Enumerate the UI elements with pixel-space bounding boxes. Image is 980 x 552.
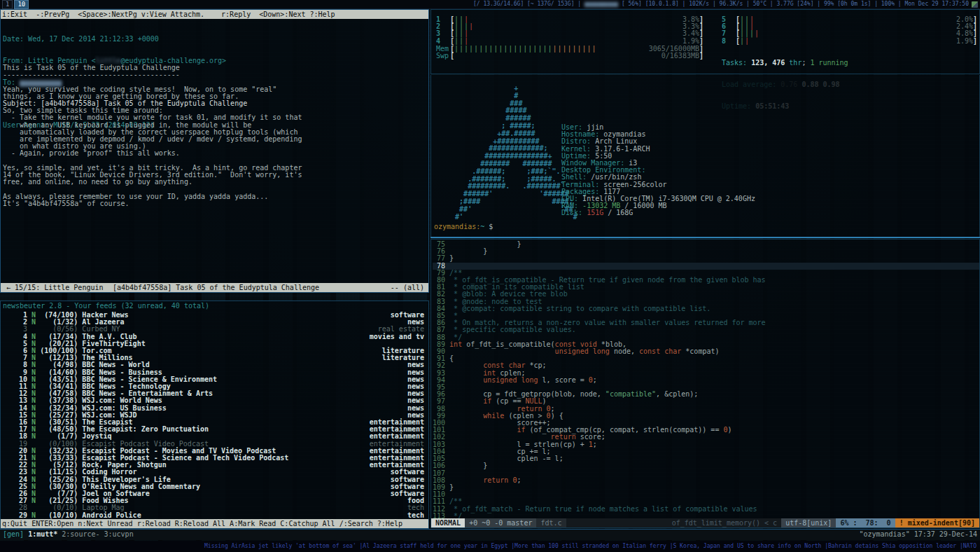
mutt-message-index: ← 15/15: Little Penguin <box>2 283 113 292</box>
code-text: } <box>449 484 979 491</box>
code-text: } <box>449 248 979 255</box>
text-segment: 1:mutt* <box>28 530 62 538</box>
ticks-red: | <box>464 30 469 37</box>
cpu-meter: 7[||||4.8%] <box>722 30 977 37</box>
screenfetch-terminal[interactable]: + # ### ##### ###### ; #####; +##.##### … <box>430 75 980 237</box>
cpu-meter: 2[||||3.3%] <box>436 23 704 30</box>
info-value: / 168G <box>603 209 633 216</box>
code-text: * of_fdt_match - Return true if node mat… <box>449 506 979 513</box>
meter-value: 0/16383MB <box>662 53 699 60</box>
code-text: unsigned long l, score = 0; <box>449 377 979 384</box>
code-text: return 0; <box>449 477 979 484</box>
i3status-metrics: [ 56%] [10.0.1.8] | 102K/s | 96.3K/s | 5… <box>618 1 969 7</box>
ticks-red: | <box>750 23 755 30</box>
code-line: 109 } <box>433 484 979 491</box>
feed-list: 1 N (74/100) Hacker Newssoftware 2 N (1/… <box>1 312 428 519</box>
email-date: Date: Wed, 17 Dec 2014 21:12:33 +0000 <box>3 36 247 43</box>
i3-status-bar: 110 [/ 13.3G/14.6G] [~ 137G/ 153G] | ▆▆▆… <box>0 0 980 9</box>
code-line: 77 } <box>433 255 979 262</box>
code-line: 87 * specific compatible values. <box>433 326 979 333</box>
cursor-position-segment: 6% : 78: 0 <box>836 518 895 527</box>
memory-meter: Swp[0/16383MB] <box>436 53 704 60</box>
vim-window[interactable]: 75 } 76 } 77 } 78 79 /** 80 * of_fdt_is_… <box>430 239 980 528</box>
meter-ticks: |||| <box>740 30 956 37</box>
feed-tag: tech <box>407 512 424 519</box>
code-line: 106 } <box>433 462 979 469</box>
ticks-red: | <box>745 38 750 45</box>
workspace-button[interactable]: 1 <box>2 0 13 9</box>
workspace-button[interactable]: 10 <box>14 0 29 9</box>
vim-statusline: NORMAL +0 ~0 -0 master fdt.c of_fdt_limi… <box>431 518 979 527</box>
htop-window[interactable]: 1[|||3.8%]2[||||3.3%]3[|||3.4%]4[|||1.9%… <box>430 9 980 74</box>
meter-ticks: |||| <box>454 23 682 30</box>
feed-number: 29 <box>15 512 31 519</box>
ticks-green: || <box>454 38 464 45</box>
feed-list-item[interactable]: 29 N (10/10) Android Policetech <box>1 512 428 519</box>
shell-prompt[interactable]: ozymandias:~ $ <box>434 223 493 230</box>
mutt-status-bar: ← 15/15: Little Penguin [a4b4bf47558a] T… <box>1 283 428 292</box>
feed-tag: movies and tv <box>370 333 424 340</box>
system-info-row: Disk: 151G / 168G <box>561 209 755 216</box>
newsbeuter-help-bar: q:Quit ENTER:Open n:Next Unread r:Reload… <box>1 519 428 528</box>
mutt-window[interactable]: i:Exit -:PrevPg <Space>:NextPg v:View At… <box>0 9 429 293</box>
cpu-meter: 6[|||2.4%] <box>722 23 977 30</box>
text-segment: thr <box>789 59 802 67</box>
text-segment: 1 running <box>810 59 848 67</box>
meter-ticks: ||||||||||||||||||||||||||||| <box>454 46 649 53</box>
code-line: 75 } <box>433 241 979 248</box>
i3status-disks: [/ 13.3G/14.6G] [~ 137G/ 153G] | <box>473 1 584 7</box>
code-line: 76 } <box>433 248 979 255</box>
mixed-indent-warning: ! mixed-indent[90] <box>895 518 979 527</box>
meter-ticks: ||| <box>454 30 682 37</box>
workspace-switcher: 110 <box>2 0 30 9</box>
git-branch-segment: +0 ~0 -0 master <box>465 518 536 527</box>
cpu-meter: 3[|||3.4%] <box>436 30 704 37</box>
meter-label: Swp <box>436 53 450 60</box>
system-info-list: User: jjinHostname: ozymandiasDistro: Ar… <box>561 124 755 217</box>
code-text: const char *cp; <box>449 362 979 369</box>
code-text <box>449 263 979 270</box>
ticks-green: ||| <box>740 30 755 37</box>
tmux-window-list[interactable]: [gen] 1:mutt* 2:source- 3:ucvpn <box>3 531 134 538</box>
newsbeuter-window[interactable]: newsbeuter 2.8 - Your feeds (32 unread, … <box>0 301 429 529</box>
arch-linux-logo: + # ### ##### ###### ; #####; +##.##### … <box>438 85 578 221</box>
text-segment: [gen] <box>3 530 28 538</box>
tmux-pane-divider[interactable] <box>430 237 980 238</box>
text-segment: Tasks: <box>722 59 751 67</box>
cpu-meters-left: 1[|||3.8%]2[||||3.3%]3[|||3.4%]4[|||1.9%… <box>436 16 704 45</box>
ticks-red: | <box>469 23 474 30</box>
ticks-green: ||| <box>454 23 469 30</box>
line-number: 106 <box>433 462 449 469</box>
ticks-red: | <box>464 16 469 23</box>
code-line: 84 * @compat: compatible string to compa… <box>433 305 979 312</box>
ticks-red: | <box>464 38 469 45</box>
unread-flag: N <box>31 512 40 519</box>
mutt-status-scope: -- (all) <box>391 283 424 292</box>
code-line: 94 unsigned long l, score = 0; <box>433 377 979 384</box>
tray-icon[interactable] <box>972 1 978 8</box>
mutt-status-subject: [a4b4bf47558a] Task 05 of the Eudyptula … <box>113 283 391 292</box>
code-text <box>449 470 979 477</box>
ticks-red: | <box>750 16 755 23</box>
desktop: 110 [/ 13.3G/14.6G] [~ 137G/ 153G] | ▆▆▆… <box>0 0 980 552</box>
text-segment: ; <box>802 59 810 67</box>
ticks-orange: ||||||||| <box>552 46 596 53</box>
filename-segment: fdt.c <box>536 518 566 527</box>
text-segment: $ <box>484 223 493 230</box>
cpu-meter: 8[||1.9%] <box>722 38 977 45</box>
code-text: } <box>449 241 979 248</box>
cpu-id: 8 <box>722 38 736 45</box>
ticks-green: | <box>740 38 745 45</box>
ticks-red: | <box>755 30 760 37</box>
code-text <box>449 491 979 498</box>
email-body: This is Task 05 of the Eudyptula Challen… <box>3 64 302 207</box>
text-segment: 2:source- <box>62 530 104 538</box>
cpu-percent: 1.9% <box>682 38 699 45</box>
current-function-segment: of_fdt_limit_memory() < c <box>668 518 782 527</box>
code-text: } <box>449 255 979 262</box>
line-number: 111 <box>433 498 449 505</box>
code-text: * @compat: compatible string to compare … <box>449 305 979 312</box>
ticks-green: || <box>740 23 750 30</box>
code-editor[interactable]: 75 } 76 } 77 } 78 79 /** 80 * of_fdt_is_… <box>433 241 979 520</box>
cpu-meter: 4[|||1.9%] <box>436 38 704 45</box>
